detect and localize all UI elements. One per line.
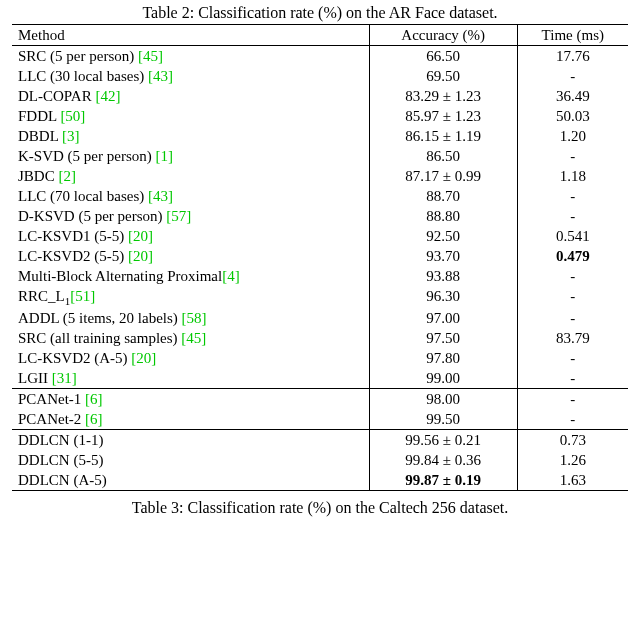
accuracy-cell: 93.70 [369,246,517,266]
method-cell: SRC (all training samples) [45] [12,328,369,348]
table-row: RRC_L1[51]96.30- [12,286,628,308]
citation-link[interactable]: [43] [148,68,173,84]
citation-link[interactable]: [6] [85,391,103,407]
results-table: Method Accuracy (%) Time (ms) SRC (5 per… [12,24,628,491]
accuracy-cell: 86.15 ± 1.19 [369,126,517,146]
accuracy-cell: 88.70 [369,186,517,206]
table-row: LC-KSVD2 (5-5) [20]93.700.479 [12,246,628,266]
method-cell: PCANet-1 [6] [12,389,369,410]
method-cell: LC-KSVD1 (5-5) [20] [12,226,369,246]
accuracy-cell: 99.50 [369,409,517,430]
accuracy-cell: 92.50 [369,226,517,246]
citation-link[interactable]: [20] [128,228,153,244]
time-cell: - [517,409,628,430]
time-cell: - [517,368,628,389]
accuracy-cell: 96.30 [369,286,517,308]
header-accuracy: Accuracy (%) [369,25,517,46]
accuracy-cell: 97.00 [369,308,517,328]
method-cell: DDLCN (1-1) [12,430,369,451]
time-cell: - [517,348,628,368]
citation-link[interactable]: [45] [138,48,163,64]
table-row: LLC (70 local bases) [43]88.70- [12,186,628,206]
table-row: JBDC [2]87.17 ± 0.991.18 [12,166,628,186]
accuracy-cell: 97.80 [369,348,517,368]
citation-link[interactable]: [4] [222,268,240,284]
method-cell: LLC (30 local bases) [43] [12,66,369,86]
method-cell: FDDL [50] [12,106,369,126]
accuracy-cell: 99.00 [369,368,517,389]
time-cell: - [517,206,628,226]
table-row: LC-KSVD2 (A-5) [20]97.80- [12,348,628,368]
accuracy-cell: 69.50 [369,66,517,86]
table-row: LLC (30 local bases) [43]69.50- [12,66,628,86]
table-row: DDLCN (A-5)99.87 ± 0.191.63 [12,470,628,491]
header-method: Method [12,25,369,46]
accuracy-cell: 83.29 ± 1.23 [369,86,517,106]
citation-link[interactable]: [51] [70,288,95,304]
time-cell: 1.63 [517,470,628,491]
citation-link[interactable]: [31] [52,370,77,386]
method-cell: LLC (70 local bases) [43] [12,186,369,206]
citation-link[interactable]: [57] [166,208,191,224]
time-cell: 83.79 [517,328,628,348]
time-cell: 17.76 [517,46,628,67]
table-row: K-SVD (5 per person) [1]86.50- [12,146,628,166]
method-cell: K-SVD (5 per person) [1] [12,146,369,166]
citation-link[interactable]: [6] [85,411,103,427]
accuracy-cell: 86.50 [369,146,517,166]
time-cell: - [517,186,628,206]
time-cell: 50.03 [517,106,628,126]
table-row: D-KSVD (5 per person) [57]88.80- [12,206,628,226]
method-cell: PCANet-2 [6] [12,409,369,430]
time-cell: - [517,389,628,410]
citation-link[interactable]: [45] [181,330,206,346]
time-cell: 36.49 [517,86,628,106]
table-header-row: Method Accuracy (%) Time (ms) [12,25,628,46]
time-cell: - [517,66,628,86]
accuracy-cell: 99.84 ± 0.36 [369,450,517,470]
table-row: LC-KSVD1 (5-5) [20]92.500.541 [12,226,628,246]
method-cell: SRC (5 per person) [45] [12,46,369,67]
table-row: SRC (all training samples) [45]97.5083.7… [12,328,628,348]
method-cell: LC-KSVD2 (5-5) [20] [12,246,369,266]
table-row: DL-COPAR [42]83.29 ± 1.2336.49 [12,86,628,106]
table-row: DDLCN (1-1)99.56 ± 0.210.73 [12,430,628,451]
table-row: DBDL [3]86.15 ± 1.191.20 [12,126,628,146]
accuracy-cell: 99.87 ± 0.19 [369,470,517,491]
time-cell: 0.479 [517,246,628,266]
method-cell: JBDC [2] [12,166,369,186]
time-cell: - [517,146,628,166]
next-table-caption: Table 3: Classification rate (%) on the … [12,499,628,517]
citation-link[interactable]: [43] [148,188,173,204]
table-row: LGII [31]99.00- [12,368,628,389]
citation-link[interactable]: [20] [128,248,153,264]
accuracy-cell: 85.97 ± 1.23 [369,106,517,126]
accuracy-cell: 88.80 [369,206,517,226]
table-row: SRC (5 per person) [45]66.5017.76 [12,46,628,67]
method-cell: Multi-Block Alternating Proximal[4] [12,266,369,286]
accuracy-cell: 93.88 [369,266,517,286]
citation-link[interactable]: [1] [155,148,173,164]
method-cell: DDLCN (5-5) [12,450,369,470]
citation-link[interactable]: [3] [62,128,80,144]
table-row: PCANet-1 [6]98.00- [12,389,628,410]
citation-link[interactable]: [20] [131,350,156,366]
method-cell: ADDL (5 items, 20 labels) [58] [12,308,369,328]
method-cell: LC-KSVD2 (A-5) [20] [12,348,369,368]
accuracy-cell: 98.00 [369,389,517,410]
table-row: ADDL (5 items, 20 labels) [58]97.00- [12,308,628,328]
time-cell: 0.73 [517,430,628,451]
time-cell: 0.541 [517,226,628,246]
method-cell: RRC_L1[51] [12,286,369,308]
time-cell: 1.18 [517,166,628,186]
accuracy-cell: 66.50 [369,46,517,67]
citation-link[interactable]: [58] [182,310,207,326]
header-time: Time (ms) [517,25,628,46]
method-cell: DDLCN (A-5) [12,470,369,491]
method-cell: DBDL [3] [12,126,369,146]
citation-link[interactable]: [50] [60,108,85,124]
citation-link[interactable]: [2] [58,168,76,184]
table-row: FDDL [50]85.97 ± 1.2350.03 [12,106,628,126]
citation-link[interactable]: [42] [95,88,120,104]
table-caption: Table 2: Classification rate (%) on the … [12,4,628,22]
